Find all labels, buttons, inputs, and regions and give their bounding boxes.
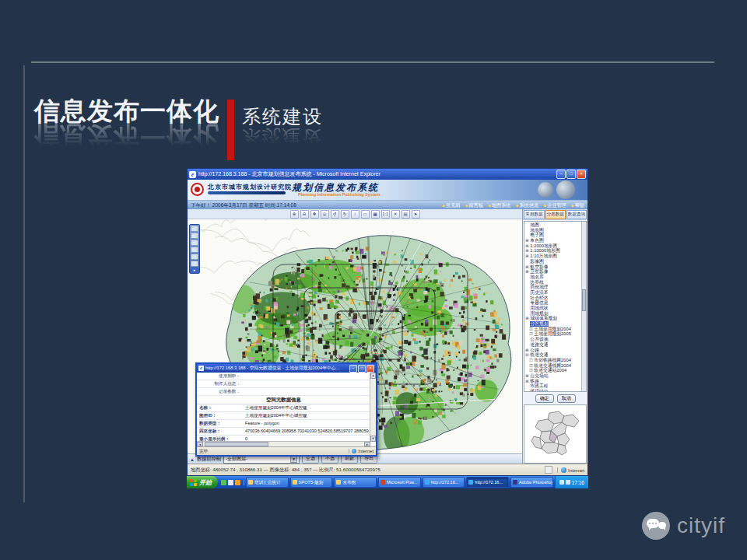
taskbar-task-button[interactable]: Adobe Photoshop — [510, 477, 553, 488]
scroll-down-icon[interactable]: ▼ — [370, 436, 376, 442]
tree-item[interactable]: 用地规划 — [525, 311, 581, 317]
tree-item[interactable]: ⊞公交场站 — [525, 373, 581, 379]
panel-tab[interactable]: 常用数据 — [524, 210, 544, 219]
dialog-titlebar[interactable]: e http://172.168.3.188 - 空间元数据信息 - 土地使用规… — [197, 364, 376, 373]
nav-link[interactable]: ◆企业管理 — [543, 202, 566, 209]
quick-launch-icon[interactable] — [228, 480, 233, 485]
tree-item[interactable]: 影像图 — [525, 259, 581, 264]
scroll-up-icon[interactable]: ▲ — [370, 373, 376, 379]
mini-tool-icon[interactable] — [191, 261, 198, 267]
taskbar-task-button[interactable]: 发布图 — [334, 477, 377, 488]
tree-item[interactable]: 环境绿化 — [525, 389, 581, 392]
tree-item[interactable]: 用地现状 — [525, 306, 581, 311]
tree-item[interactable]: 社会经济 — [525, 296, 581, 301]
tree-item[interactable]: ⊞卫星影像 — [525, 269, 581, 275]
taskbar-task-button[interactable]: 培训汇总统计 — [246, 477, 289, 488]
tree-item[interactable]: ⊞航空影像 — [525, 264, 581, 270]
tree-item[interactable]: 市政工程 — [525, 383, 581, 389]
minimize-button[interactable]: – — [556, 170, 566, 179]
tree-item[interactable]: 分区规划 — [525, 321, 581, 327]
tree-item[interactable]: ☑土地使用规划2004 — [525, 327, 581, 332]
identify-icon[interactable]: i — [351, 210, 359, 219]
tree-item[interactable]: ⊞城镇体系规划 — [525, 316, 581, 321]
scroll-right-icon[interactable]: ► — [364, 442, 370, 446]
mini-tool-icon[interactable] — [191, 240, 198, 246]
select-icon[interactable]: ▦ — [371, 210, 380, 219]
tree-item[interactable]: 地形图 — [525, 228, 581, 233]
scrollbar-thumb[interactable] — [205, 442, 268, 446]
zoom-in-icon[interactable]: ⊕ — [290, 210, 299, 219]
taskbar-task-button[interactable]: http://172.16... — [466, 477, 509, 488]
tree-item[interactable]: 地图 — [525, 222, 581, 228]
tree-item[interactable]: ☑土地使用规划2005 — [525, 331, 581, 337]
collapse-arrow-icon[interactable]: ▲ — [190, 457, 195, 462]
quick-launch-icon[interactable] — [221, 480, 226, 485]
dialog-vertical-scrollbar[interactable]: ▲ ▼ — [370, 373, 376, 442]
measure-icon[interactable]: ▭ — [361, 210, 370, 219]
ok-button[interactable]: 确定 — [535, 394, 554, 403]
refresh-icon[interactable]: ↻ — [341, 210, 349, 219]
tray-icon[interactable] — [559, 480, 564, 485]
tree-item[interactable]: ☑轨道交通站2004 — [525, 368, 581, 373]
mini-tool-icon[interactable] — [191, 247, 198, 253]
panel-tab[interactable]: 数据查询 — [566, 210, 587, 219]
dialog-minimize-button[interactable]: – — [349, 365, 357, 373]
tree-item[interactable]: ⊞公路 — [525, 348, 581, 353]
tree-item[interactable]: 边界线 — [525, 280, 581, 285]
tree-scrollbar[interactable] — [581, 222, 586, 391]
taskbar-task-button[interactable]: http://172.16... — [423, 477, 465, 488]
taskbar-task-button[interactable]: Microsoft Pow... — [378, 477, 421, 488]
tree-item[interactable]: 自然地理 — [525, 285, 581, 290]
nav-link-label: 留言板 — [468, 202, 483, 209]
previous-view-icon[interactable]: ↺ — [331, 210, 339, 219]
maximize-button[interactable]: □ — [566, 170, 576, 179]
mini-toolbar-expand-icon[interactable]: ▸ — [191, 268, 198, 272]
scroll-left-icon[interactable]: ◄ — [197, 442, 203, 446]
close-button[interactable]: × — [577, 170, 586, 179]
clear-icon[interactable]: ✕ — [391, 210, 400, 219]
nav-link[interactable]: ◆帮助 — [571, 202, 584, 209]
tree-item[interactable]: ⊞1:10000地形图 — [525, 248, 581, 254]
start-button[interactable]: 开始 — [187, 476, 218, 488]
nav-link[interactable]: ◆留言板 — [465, 202, 483, 209]
tree-item[interactable]: ⊟轨道交通 — [525, 352, 581, 358]
panel-tab[interactable]: 分类数据 — [545, 210, 566, 219]
pan-icon[interactable]: ✥ — [310, 210, 319, 219]
overview-map[interactable] — [524, 404, 587, 464]
tree-item[interactable]: 电子图 — [525, 233, 581, 238]
quick-launch-icon[interactable] — [235, 480, 240, 485]
dialog-close-button[interactable]: × — [366, 365, 374, 373]
map-side-mini-toolbar[interactable]: ▸ — [189, 224, 200, 274]
nav-link[interactable]: ◆地图系统 — [488, 202, 511, 209]
tree-item[interactable]: ☑轨道交通线网2004 — [525, 363, 581, 369]
tree-item[interactable]: 公共设施 — [525, 337, 581, 342]
tree-item[interactable]: ⊞单色图 — [525, 238, 581, 243]
tree-item[interactable]: ⊞铁路 — [525, 379, 581, 384]
print-icon[interactable]: ▤ — [402, 210, 410, 219]
tree-item[interactable]: ☐市郊铁路线网2004 — [525, 358, 581, 363]
tree-item[interactable]: 道路交通 — [525, 342, 581, 348]
tree-item[interactable]: ⊞1:2000地形图 — [525, 243, 581, 249]
layer-tree[interactable]: 地图地形图电子图⊞单色图⊞1:2000地形图⊞1:10000地形图⊞1:10万地… — [524, 221, 587, 392]
scale-icon[interactable]: 1:1 — [381, 210, 390, 219]
mini-tool-icon[interactable] — [191, 254, 198, 260]
zoom-out-icon[interactable]: ⊖ — [300, 210, 309, 219]
tree-item[interactable]: ⊞1:10万地形图 — [525, 254, 581, 259]
dialog-maximize-button[interactable]: □ — [358, 365, 366, 373]
mini-tool-icon[interactable] — [191, 233, 198, 239]
chevron-down-icon[interactable]: ▼ — [290, 456, 297, 463]
scrollbar-thumb[interactable] — [582, 289, 586, 311]
nav-link[interactable]: ◆意见箱 — [442, 202, 460, 209]
taskbar-task-button[interactable]: SPOT5-规划 — [290, 477, 333, 488]
tree-item[interactable]: 地名库 — [525, 275, 581, 280]
mini-tool-icon[interactable] — [191, 226, 198, 232]
nav-link[interactable]: ◆系统信息 — [516, 202, 539, 209]
tray-icon[interactable] — [566, 480, 570, 485]
cancel-button[interactable]: 取消 — [557, 394, 576, 403]
tree-item[interactable]: 历史沿革 — [525, 290, 581, 296]
north-arrow-icon[interactable]: ➤ — [412, 210, 420, 219]
tree-item[interactable]: 专题信息 — [525, 300, 581, 306]
dialog-horizontal-scrollbar[interactable]: ◄ ► — [197, 441, 370, 446]
browser-titlebar[interactable]: e http://172.168.3.188 - 北京市规划信息发布系统 - M… — [188, 169, 587, 180]
full-extent-icon[interactable]: ◎ — [321, 210, 329, 219]
